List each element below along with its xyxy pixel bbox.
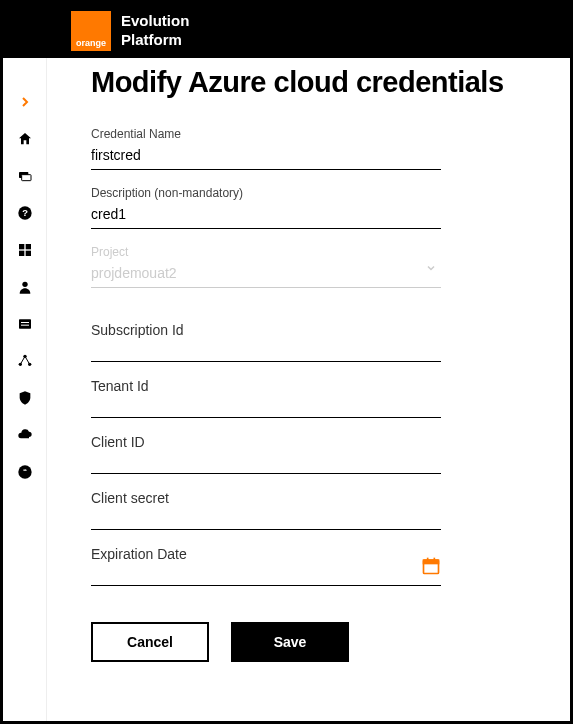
tenant-id-label: Tenant Id xyxy=(91,378,441,394)
save-button[interactable]: Save xyxy=(231,622,349,662)
svg-rect-5 xyxy=(25,244,30,249)
page-title: Modify Azure cloud credentials xyxy=(91,66,540,99)
brand-name: Evolution Platform xyxy=(121,12,189,50)
main-content: Modify Azure cloud credentials Credentia… xyxy=(47,58,570,721)
description-input[interactable] xyxy=(91,204,441,229)
button-row: Cancel Save xyxy=(91,622,441,662)
brand-line2: Platform xyxy=(121,31,189,50)
help-icon[interactable]: ? xyxy=(16,204,34,222)
orange-logo: orange xyxy=(71,11,111,51)
svg-rect-10 xyxy=(21,322,29,323)
svg-text:“: “ xyxy=(23,467,27,476)
expiration-date-field: Expiration Date xyxy=(91,546,441,586)
network-icon[interactable] xyxy=(16,352,34,370)
cards-icon[interactable] xyxy=(16,167,34,185)
app-header: orange Evolution Platform xyxy=(3,3,570,58)
svg-rect-7 xyxy=(25,251,30,256)
credential-name-input[interactable] xyxy=(91,145,441,170)
svg-text:?: ? xyxy=(22,208,28,218)
tenant-id-input[interactable] xyxy=(91,395,441,418)
client-secret-field: Client secret xyxy=(91,490,441,530)
subscription-id-field: Subscription Id xyxy=(91,322,441,362)
subscription-id-input[interactable] xyxy=(91,339,441,362)
credential-name-field: Credential Name xyxy=(91,127,441,170)
chevron-right-icon[interactable] xyxy=(16,93,34,111)
svg-rect-1 xyxy=(21,175,30,181)
client-id-input[interactable] xyxy=(91,451,441,474)
home-icon[interactable] xyxy=(16,130,34,148)
cloud-icon[interactable] xyxy=(16,426,34,444)
svg-rect-11 xyxy=(21,325,29,326)
project-field: Project xyxy=(91,245,441,288)
tenant-id-field: Tenant Id xyxy=(91,378,441,418)
brand-line1: Evolution xyxy=(121,12,189,31)
client-secret-input[interactable] xyxy=(91,507,441,530)
sidebar: ? “ xyxy=(3,58,47,721)
credentials-form: Credential Name Description (non-mandato… xyxy=(91,127,441,662)
description-field: Description (non-mandatory) xyxy=(91,186,441,229)
list-icon[interactable] xyxy=(16,315,34,333)
expiration-date-input[interactable] xyxy=(91,563,441,586)
svg-rect-20 xyxy=(424,560,439,563)
svg-rect-6 xyxy=(19,251,24,256)
project-label: Project xyxy=(91,245,441,259)
user-icon[interactable] xyxy=(16,278,34,296)
client-secret-label: Client secret xyxy=(91,490,441,506)
project-input xyxy=(91,263,441,288)
chat-icon[interactable]: “ xyxy=(16,463,34,481)
expiration-date-label: Expiration Date xyxy=(91,546,441,562)
svg-point-8 xyxy=(22,282,27,287)
chevron-down-icon xyxy=(425,260,437,278)
description-label: Description (non-mandatory) xyxy=(91,186,441,200)
svg-line-15 xyxy=(20,356,25,364)
client-id-field: Client ID xyxy=(91,434,441,474)
cancel-button[interactable]: Cancel xyxy=(91,622,209,662)
logo-text: orange xyxy=(76,38,106,48)
svg-line-16 xyxy=(25,356,30,364)
credential-name-label: Credential Name xyxy=(91,127,441,141)
svg-rect-9 xyxy=(19,319,31,328)
svg-rect-4 xyxy=(19,244,24,249)
shield-icon[interactable] xyxy=(16,389,34,407)
client-id-label: Client ID xyxy=(91,434,441,450)
subscription-id-label: Subscription Id xyxy=(91,322,441,338)
calendar-icon[interactable] xyxy=(421,556,441,580)
grid-icon[interactable] xyxy=(16,241,34,259)
